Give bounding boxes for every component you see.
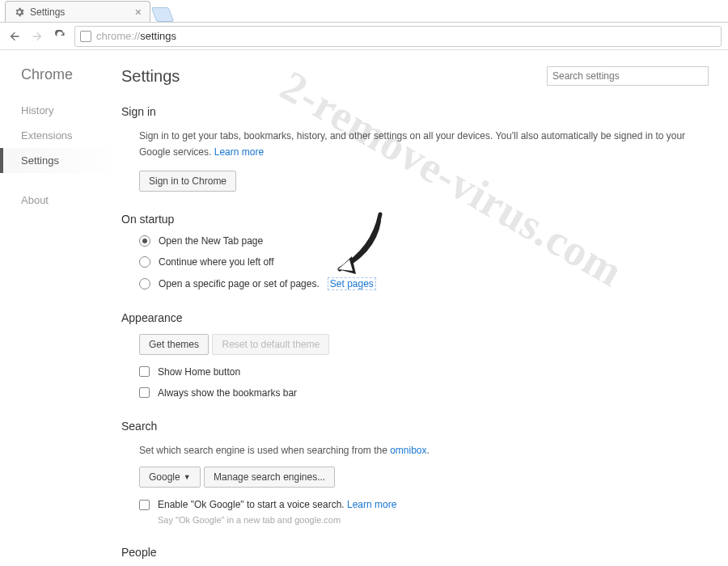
section-signin: Sign in Sign in to get your tabs, bookma…	[121, 105, 709, 192]
bookmarks-bar-checkbox[interactable]: Always show the bookmarks bar	[139, 387, 709, 399]
ok-google-hint: Say "Ok Google" in a new tab and google.…	[139, 515, 709, 525]
section-people: People	[121, 546, 709, 559]
tab-title: Settings	[30, 6, 65, 18]
page-icon	[80, 31, 91, 42]
signin-desc: Sign in to get your tabs, bookmarks, his…	[139, 128, 709, 161]
url-field[interactable]: chrome://settings	[74, 26, 722, 47]
tab-close-icon[interactable]: ×	[135, 6, 142, 19]
sidebar-item-about[interactable]: About	[3, 188, 121, 213]
signin-heading: Sign in	[121, 105, 709, 118]
sidebar-item-settings[interactable]: Settings	[0, 148, 121, 173]
checkbox-icon	[139, 387, 150, 398]
reload-button[interactable]	[52, 28, 68, 44]
startup-option-specific[interactable]: Open a specific page or set of pages. Se…	[139, 277, 709, 290]
browser-tab[interactable]: Settings ×	[5, 1, 150, 22]
url-scheme: chrome://	[96, 30, 140, 42]
sidebar-brand: Chrome	[21, 66, 121, 83]
section-search: Search Set which search engine is used w…	[121, 420, 709, 525]
search-settings-input[interactable]	[547, 66, 709, 86]
omnibox-link[interactable]: omnibox	[390, 445, 426, 456]
url-path: settings	[140, 30, 176, 42]
startup-option-continue[interactable]: Continue where you left off	[139, 256, 709, 268]
main-panel: Settings Sign in Sign in to get your tab…	[121, 50, 728, 566]
search-heading: Search	[121, 420, 709, 433]
manage-search-engines-button[interactable]: Manage search engines...	[204, 467, 335, 488]
back-button[interactable]	[6, 28, 23, 44]
sidebar-item-extensions[interactable]: Extensions	[3, 123, 121, 148]
sidebar-item-history[interactable]: History	[3, 98, 121, 123]
new-tab-button[interactable]	[151, 7, 175, 22]
tab-bar: Settings ×	[0, 0, 728, 23]
sidebar: Chrome History Extensions Settings About	[0, 50, 121, 566]
checkbox-icon	[139, 500, 150, 510]
appearance-heading: Appearance	[121, 311, 709, 324]
startup-option-newtab[interactable]: Open the New Tab page	[139, 235, 709, 247]
section-startup: On startup Open the New Tab page Continu…	[121, 213, 709, 290]
get-themes-button[interactable]: Get themes	[139, 334, 209, 355]
ok-google-checkbox[interactable]: Enable "Ok Google" to start a voice sear…	[139, 499, 709, 510]
radio-icon	[139, 278, 150, 289]
signin-button[interactable]: Sign in to Chrome	[139, 171, 236, 192]
tab-favicon	[14, 6, 25, 18]
reset-theme-button: Reset to default theme	[212, 334, 329, 355]
section-appearance: Appearance Get themes Reset to default t…	[121, 311, 709, 399]
checkbox-icon	[139, 366, 150, 377]
people-heading: People	[121, 546, 709, 559]
address-bar: chrome://settings	[0, 23, 728, 50]
okgoogle-learn-more-link[interactable]: Learn more	[347, 499, 396, 510]
show-home-checkbox[interactable]: Show Home button	[139, 366, 709, 378]
search-desc: Set which search engine is used when sea…	[139, 442, 709, 458]
search-engine-dropdown[interactable]: Google ▼	[139, 467, 201, 488]
signin-learn-more-link[interactable]: Learn more	[214, 146, 264, 158]
radio-icon	[139, 235, 150, 247]
page-title: Settings	[121, 67, 180, 86]
set-pages-link[interactable]: Set pages	[328, 277, 376, 290]
startup-heading: On startup	[121, 213, 709, 226]
forward-button[interactable]	[29, 28, 45, 44]
chevron-down-icon: ▼	[184, 473, 191, 481]
radio-icon	[139, 256, 150, 268]
